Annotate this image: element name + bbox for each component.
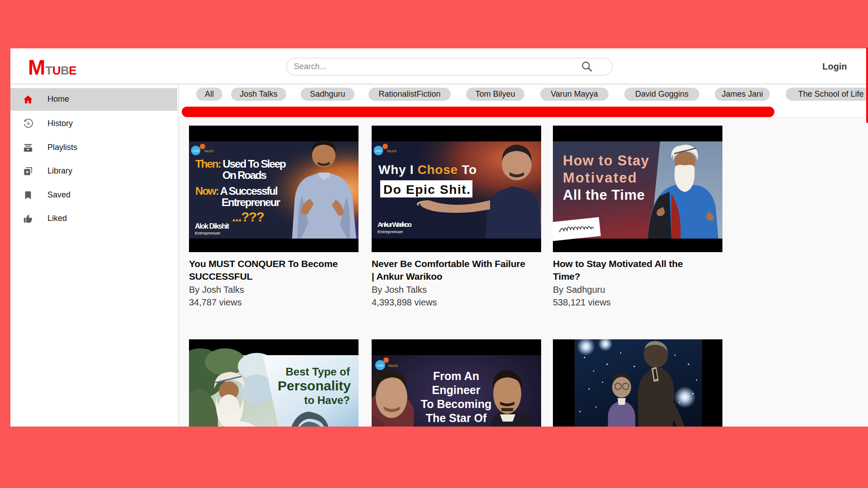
svg-text:On Roads: On Roads [222,169,267,181]
svg-text:JOSH: JOSH [375,150,382,152]
svg-text:Motivated: Motivated [563,170,637,186]
svg-text:Now: A Successful: Now: A Successful [195,185,278,197]
svg-text:Scam 1992: Scam 1992 [427,426,485,427]
svg-text:TALKS: TALKS [204,150,214,153]
svg-text:Best Type of: Best Type of [286,366,350,378]
svg-text:TALKS: TALKS [388,364,398,367]
svg-text:JOSH: JOSH [377,364,384,367]
svg-text:Do Epic Shit.: Do Epic Shit. [383,183,470,197]
svg-text:All the Time: All the Time [563,187,645,203]
svg-text:The Star Of: The Star Of [426,412,487,424]
svg-text:Entreprenuer: Entreprenuer [377,230,403,234]
svg-text:Alok Dikshit: Alok Dikshit [195,222,230,230]
svg-text:Entrepreneur: Entrepreneur [222,196,280,208]
svg-text:Then: Used To Sleep: Then: Used To Sleep [195,158,286,170]
svg-text:Why I Chose To: Why I Chose To [378,163,476,177]
svg-text:From An: From An [433,370,479,382]
svg-text:Entreprenuer: Entreprenuer [195,231,221,235]
svg-text:Ankur Warikoo: Ankur Warikoo [377,221,412,228]
svg-text:How to Stay: How to Stay [563,153,649,169]
svg-text:...???: ...??? [232,209,264,224]
svg-text:Personality: Personality [278,378,351,393]
svg-text:to Have?: to Have? [304,394,350,406]
svg-text:TALKS: TALKS [387,150,396,153]
svg-text:Engineer: Engineer [432,384,481,396]
svg-text:JOSH: JOSH [193,150,199,152]
svg-text:To Becoming: To Becoming [421,398,491,410]
